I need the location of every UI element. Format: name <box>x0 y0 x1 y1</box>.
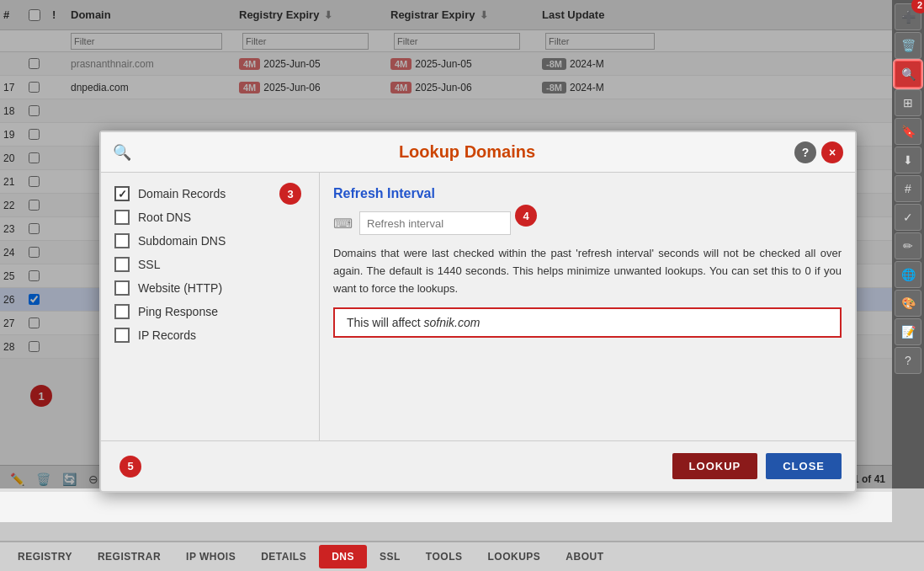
checkbox-item-subdomain-dns[interactable]: Subdomain DNS <box>114 233 305 248</box>
lookup-domains-modal: 🔍 Lookup Domains ? × Domain Records 3 Ro… <box>99 131 857 493</box>
checkbox-label-ssl: SSL <box>138 258 160 271</box>
tab-about[interactable]: ABOUT <box>553 545 616 568</box>
download-sidebar-button[interactable]: ⬇ <box>895 147 921 173</box>
tab-ip-whois[interactable]: IP WHOIS <box>173 545 248 568</box>
affect-prefix: This will affect <box>347 316 424 329</box>
checkbox-item-ssl[interactable]: SSL <box>114 257 305 272</box>
modal-header: 🔍 Lookup Domains ? × <box>101 132 855 173</box>
checkbox-subdomain-dns[interactable] <box>114 233 130 248</box>
calc-button[interactable]: # <box>895 175 921 202</box>
affect-box: This will affect sofnik.com <box>333 307 842 338</box>
tab-dns[interactable]: DNS <box>319 545 367 568</box>
checkbox-ssl[interactable] <box>114 257 130 272</box>
checkbox-label-domain-records: Domain Records <box>138 187 226 200</box>
modal-left-panel: Domain Records 3 Root DNS Subdomain DNS … <box>101 173 320 440</box>
checkbox-label-website: Website (HTTP) <box>138 281 222 295</box>
grid-sidebar-button[interactable]: ⊞ <box>895 89 921 116</box>
refresh-interval-input[interactable] <box>359 211 511 235</box>
checkbox-item-ping[interactable]: Ping Response <box>114 304 305 319</box>
step-badge-5: 5 <box>119 456 141 478</box>
tab-details[interactable]: DETAILS <box>248 545 319 568</box>
tab-registrar[interactable]: REGISTRAR <box>85 545 173 568</box>
modal-close-x-button[interactable]: × <box>821 141 843 163</box>
bookmark-button[interactable]: 🔖 <box>895 118 921 145</box>
right-sidebar: ➕ 2 🗑️ 🔍 ⊞ 🔖 ⬇ # ✓ ✏ 🌐 🎨 📝 ? <box>892 0 924 488</box>
tab-registry[interactable]: REGISTRY <box>5 545 85 568</box>
edit-sidebar-button[interactable]: ✏ <box>895 232 921 259</box>
tab-ssl[interactable]: SSL <box>367 545 413 568</box>
globe-button[interactable]: 🌐 <box>895 261 921 288</box>
check-button[interactable]: ✓ <box>895 204 921 231</box>
checkbox-item-ip-records[interactable]: IP Records <box>114 328 305 343</box>
checkbox-website[interactable] <box>114 280 130 296</box>
bottom-tabbar: REGISTRY REGISTRAR IP WHOIS DETAILS DNS … <box>0 541 924 571</box>
search-sidebar-button[interactable]: 🔍 <box>895 61 921 88</box>
edit2-button[interactable]: 📝 <box>895 318 921 345</box>
modal-help-button[interactable]: ? <box>794 141 816 163</box>
checkbox-ping[interactable] <box>114 304 130 319</box>
tab-tools[interactable]: TOOLS <box>413 545 475 568</box>
palette-button[interactable]: 🎨 <box>895 290 921 317</box>
modal-title: Lookup Domains <box>140 142 794 162</box>
checkbox-label-ping: Ping Response <box>138 305 218 318</box>
modal-body: Domain Records 3 Root DNS Subdomain DNS … <box>101 173 855 440</box>
checkbox-domain-records[interactable] <box>114 186 130 201</box>
step-badge-4: 4 <box>515 205 537 227</box>
refresh-description: Domains that were last checked within th… <box>333 245 842 297</box>
tab-lookups[interactable]: LOOKUPS <box>475 545 553 568</box>
refresh-input-row: ⌨ 4 <box>333 211 842 235</box>
help-button[interactable]: ? <box>895 347 921 374</box>
close-button[interactable]: CLOSE <box>766 453 842 479</box>
modal-footer: 5 LOOKUP CLOSE <box>101 440 855 491</box>
step-badge-3: 3 <box>279 183 301 205</box>
checkbox-ip-records[interactable] <box>114 328 130 343</box>
delete-sidebar-button[interactable]: 🗑️ <box>895 32 921 59</box>
checkbox-item-root-dns[interactable]: Root DNS <box>114 210 305 225</box>
modal-right-panel: Refresh Interval ⌨ 4 Domains that were l… <box>320 173 855 440</box>
checkbox-label-root-dns: Root DNS <box>138 211 191 224</box>
checkbox-label-subdomain-dns: Subdomain DNS <box>138 234 226 248</box>
checkbox-item-website[interactable]: Website (HTTP) <box>114 280 305 296</box>
keyboard-icon: ⌨ <box>333 216 353 232</box>
checkbox-label-ip-records: IP Records <box>138 328 196 342</box>
checkbox-root-dns[interactable] <box>114 210 130 225</box>
modal-header-actions: ? × <box>794 141 843 163</box>
checkbox-item-domain-records[interactable]: Domain Records 3 <box>114 186 305 201</box>
lookup-button[interactable]: LOOKUP <box>672 453 758 479</box>
refresh-interval-title: Refresh Interval <box>333 186 842 201</box>
modal-search-icon: 🔍 <box>113 143 131 162</box>
affect-domain: sofnik.com <box>424 316 481 329</box>
